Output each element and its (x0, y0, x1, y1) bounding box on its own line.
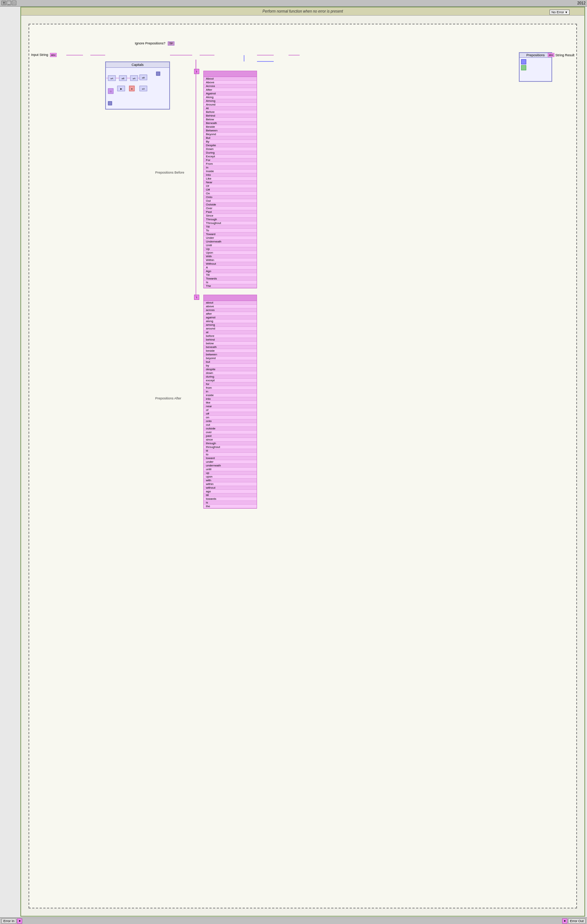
list-item[interactable]: Underneath (204, 240, 257, 244)
list-item[interactable]: Past (204, 210, 257, 214)
list-item[interactable]: by (204, 364, 257, 368)
list-item[interactable]: Beyond (204, 132, 257, 136)
list-item[interactable]: By (204, 140, 257, 144)
list-item[interactable]: inside (204, 394, 257, 397)
list-item[interactable]: Inside (204, 170, 257, 173)
list-item[interactable]: Without (204, 262, 257, 266)
list-item[interactable]: against (204, 316, 257, 320)
list-item[interactable]: Within (204, 258, 257, 262)
list-item[interactable]: ago (204, 490, 257, 493)
list-item[interactable]: Throughout (204, 221, 257, 225)
no-error-box[interactable]: No Error ▼ (550, 10, 570, 15)
list-item[interactable]: to (204, 453, 257, 457)
list-item[interactable]: Until (204, 244, 257, 247)
list-item[interactable]: of (204, 408, 257, 412)
list-item[interactable]: out (204, 423, 257, 427)
list-item[interactable]: Beneath (204, 121, 257, 125)
list-item[interactable]: towards (204, 497, 257, 501)
list-item[interactable]: For (204, 158, 257, 162)
list-item[interactable]: after (204, 312, 257, 316)
list-item[interactable]: Ago (204, 269, 257, 273)
list-item[interactable]: without (204, 486, 257, 490)
list-item[interactable]: A (204, 266, 257, 269)
list-item[interactable]: within (204, 482, 257, 486)
list-item[interactable]: Is (204, 280, 257, 284)
list-item[interactable]: til (204, 449, 257, 453)
list-item[interactable]: off (204, 412, 257, 416)
list-item[interactable]: Of (204, 184, 257, 188)
max-icon[interactable]: □ (12, 1, 16, 5)
list-item[interactable]: across (204, 309, 257, 312)
list-item[interactable]: Between (204, 129, 257, 132)
list-item[interactable]: About (204, 77, 257, 81)
list-item[interactable]: for (204, 383, 257, 386)
menu-icon[interactable]: ☰ (2, 1, 6, 5)
list-item[interactable]: Outside (204, 203, 257, 206)
list-item[interactable]: like (204, 401, 257, 404)
min-icon[interactable]: _ (7, 1, 11, 5)
list-item[interactable]: Towards (204, 277, 257, 280)
list-item[interactable]: Since (204, 214, 257, 218)
list-item[interactable]: during (204, 375, 257, 379)
list-item[interactable]: but (204, 360, 257, 364)
list-item[interactable]: since (204, 438, 257, 442)
list-item[interactable]: Below (204, 118, 257, 121)
list-item[interactable]: through (204, 442, 257, 446)
list-item[interactable]: till (204, 493, 257, 497)
list-item[interactable]: down (204, 371, 257, 375)
list-item[interactable]: along (204, 320, 257, 323)
list-item[interactable]: Despite (204, 144, 257, 147)
list-item[interactable]: Out (204, 199, 257, 203)
list-item[interactable]: in (204, 390, 257, 394)
list-item[interactable]: Onto (204, 195, 257, 199)
list-item[interactable]: beside (204, 349, 257, 353)
list-item[interactable]: Through (204, 218, 257, 221)
list-item[interactable]: onto (204, 419, 257, 423)
list-item[interactable]: Beside (204, 125, 257, 129)
list-item[interactable]: At (204, 107, 257, 110)
list-item[interactable]: After (204, 88, 257, 92)
list-item[interactable]: under (204, 460, 257, 464)
list-item[interactable]: During (204, 151, 257, 155)
list-item[interactable]: Down (204, 147, 257, 151)
list-item[interactable]: about (204, 301, 257, 305)
list-item[interactable]: Till (204, 273, 257, 277)
list-item[interactable]: past (204, 434, 257, 438)
list-item[interactable]: with (204, 478, 257, 482)
list-item[interactable]: among (204, 323, 257, 327)
ignore-toggle[interactable]: TF (168, 41, 174, 46)
list-item[interactable]: In (204, 166, 257, 170)
list-item[interactable]: around (204, 327, 257, 331)
list-item[interactable]: With (204, 255, 257, 258)
list-item[interactable]: toward (204, 457, 257, 460)
list-item[interactable]: above (204, 305, 257, 309)
list-item[interactable]: outside (204, 427, 257, 431)
list-item[interactable]: Till (204, 225, 257, 229)
list-item[interactable]: The (204, 284, 257, 288)
list-item[interactable]: below (204, 342, 257, 345)
list-item[interactable]: on (204, 416, 257, 419)
list-item[interactable]: beyond (204, 356, 257, 360)
list-item[interactable]: from (204, 386, 257, 390)
list-item[interactable]: Across (204, 84, 257, 88)
list-item[interactable]: the (204, 505, 257, 508)
list-item[interactable]: underneath (204, 464, 257, 467)
list-item[interactable]: into (204, 397, 257, 401)
list-item[interactable]: Above (204, 81, 257, 84)
list-item[interactable]: Upon (204, 251, 257, 255)
list-item[interactable]: Under (204, 236, 257, 240)
list-item[interactable]: before (204, 334, 257, 338)
list-item[interactable]: upon (204, 475, 257, 478)
list-item[interactable]: Over (204, 206, 257, 210)
list-item[interactable]: beneath (204, 345, 257, 349)
list-item[interactable]: Like (204, 177, 257, 181)
list-item[interactable]: Along (204, 96, 257, 99)
list-item[interactable]: From (204, 162, 257, 166)
list-item[interactable]: Before (204, 110, 257, 114)
list-item[interactable]: Around (204, 103, 257, 107)
list-item[interactable]: at (204, 331, 257, 334)
list-item[interactable]: Up (204, 247, 257, 251)
list-item[interactable]: except (204, 379, 257, 383)
list-item[interactable]: On (204, 192, 257, 195)
list-item[interactable]: Off (204, 188, 257, 192)
